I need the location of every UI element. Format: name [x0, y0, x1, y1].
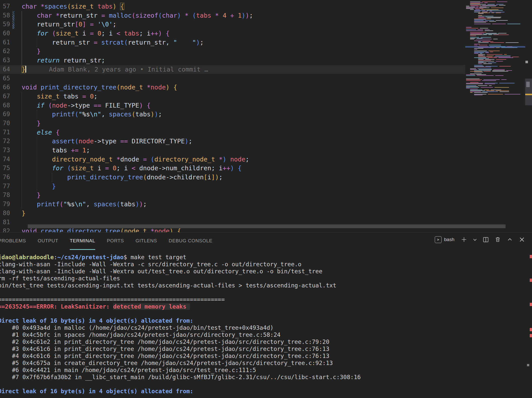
terminal-line: #1 0x4c5bfc in spaces /home/jdao/cs24/pr…	[0, 331, 527, 338]
line-number: 77	[0, 182, 10, 191]
line-number: 65	[0, 74, 10, 83]
shell-label: bash	[444, 237, 454, 242]
terminal-line: rm -rf tests/ascending-actual-files	[0, 275, 527, 282]
terminal-error-mark	[530, 255, 532, 258]
line-number: 67	[0, 92, 10, 101]
code-line: 79 printf("%s\n", spaces(tabs));	[0, 200, 465, 209]
code-line: 66void print_directory_tree(node_t *node…	[0, 83, 465, 92]
git-blame-annotation: Adam Blank, 2 years ago • Initial commit…	[26, 66, 208, 73]
line-number: 76	[0, 173, 10, 182]
code-line: 75 for (size_t i = 0; i < dnode->num_chi…	[0, 164, 465, 173]
panel-tab-bar: PROBLEMSOUTPUTTERMINALPORTSGITLENSDEBUG …	[0, 238, 212, 244]
line-number: 68	[0, 101, 10, 110]
terminal-icon: >	[435, 236, 442, 243]
terminal-shell-badge[interactable]: > bash	[435, 236, 454, 243]
terminal-error-mark	[530, 303, 532, 306]
code-line: 61 return_str = strcat(return_str, " ");	[0, 38, 465, 47]
close-panel-button[interactable]	[518, 236, 525, 243]
plus-icon	[461, 237, 467, 243]
terminal-line: #5 0x4c675a in create_directory_tree /ho…	[0, 359, 527, 367]
code-line: 68 if (node->type == FILE_TYPE) {	[0, 101, 465, 110]
bottom-panel: PROBLEMSOUTPUTTERMINALPORTSGITLENSDEBUG …	[0, 232, 532, 398]
line-number: 60	[0, 29, 10, 38]
overview-ruler-mark	[526, 82, 530, 87]
line-number: 57	[0, 2, 10, 11]
terminal-line	[0, 289, 527, 296]
line-number: 61	[0, 38, 10, 47]
terminal-line: Direct leak of 16 byte(s) in 4 object(s)…	[0, 317, 527, 324]
minimap[interactable]	[465, 0, 532, 232]
overview-ruler-mark	[525, 61, 528, 63]
code-line: 59 return_str[0] = '\0';	[0, 20, 465, 29]
code-line: 73 tabs += 1;	[0, 146, 465, 155]
chevron-down-icon	[473, 238, 477, 242]
split-terminal-button[interactable]	[482, 236, 489, 243]
terminal-line: clang-with-asan -Iinclude -Wall -Wextra …	[0, 261, 527, 268]
code-line: 70 }	[0, 119, 465, 128]
code-line: 78 }	[0, 191, 465, 200]
line-number: 82	[0, 227, 10, 232]
code-lines: 57char *spaces(size_t tabs) {58 char *re…	[0, 2, 465, 232]
code-line: 62 }	[0, 47, 465, 56]
chevron-up-icon	[507, 237, 512, 242]
terminal-line: #4 0x4c61c6 in print_directory_tree /hom…	[0, 352, 527, 359]
line-number: 59	[0, 20, 10, 29]
line-number: 71	[0, 128, 10, 137]
maximize-panel-button[interactable]	[506, 236, 513, 243]
terminal-line: Direct leak of 16 byte(s) in 4 object(s)…	[0, 388, 527, 395]
code-line: 76 print_directory_tree(dnode->children[…	[0, 173, 465, 182]
line-number: 62	[0, 47, 10, 56]
panel-tab-gitlens[interactable]: GITLENS	[136, 238, 157, 244]
line-number: 75	[0, 164, 10, 173]
new-terminal-button[interactable]	[460, 236, 468, 243]
code-line: 57char *spaces(size_t tabs) {	[0, 2, 465, 11]
line-number: 64	[0, 65, 10, 74]
launch-profile-button[interactable]	[473, 236, 477, 243]
terminal-line: ==2635245==ERROR: LeakSanitizer: detecte…	[0, 303, 527, 310]
git-modified-gutter-icon	[12, 11, 14, 20]
line-number: 70	[0, 119, 10, 128]
terminal-line: #3 0x4c61c6 in print_directory_tree /hom…	[0, 345, 527, 352]
kill-terminal-button[interactable]	[494, 236, 501, 243]
terminal-line: jdao@labradoodle:~/cs24/pretest-jdao$ ma…	[0, 254, 527, 261]
line-number: 58	[0, 11, 10, 20]
panel-tab-problems[interactable]: PROBLEMS	[0, 238, 26, 244]
code-line: 71 else {	[0, 128, 465, 137]
line-number: 79	[0, 200, 10, 209]
panel-tab-ports[interactable]: PORTS	[107, 238, 124, 244]
close-icon	[519, 237, 525, 242]
code-editor[interactable]: 57char *spaces(size_t tabs) {58 char *re…	[0, 0, 532, 232]
trash-icon	[495, 237, 501, 243]
panel-header: PROBLEMSOUTPUTTERMINALPORTSGITLENSDEBUG …	[0, 233, 532, 253]
terminal-error-mark	[530, 328, 532, 331]
minimap-current-line-band	[465, 46, 525, 48]
line-number: 73	[0, 146, 10, 155]
line-number: 63	[0, 56, 10, 65]
code-line: 63 return return_str;	[0, 56, 465, 65]
code-line: 77 }	[0, 182, 465, 191]
line-number: 78	[0, 191, 10, 200]
terminal-line: #0 0x493a4d in malloc (/home/jdao/cs24/p…	[0, 324, 527, 331]
line-number: 69	[0, 110, 10, 119]
overview-ruler-mark	[525, 94, 532, 95]
panel-tab-debug-console[interactable]: DEBUG CONSOLE	[169, 238, 213, 244]
terminal-scrollbar-thumb[interactable]	[527, 364, 529, 366]
panel-actions: > bash	[435, 236, 525, 243]
line-number: 72	[0, 137, 10, 146]
code-line: 65	[0, 74, 465, 83]
terminal-output[interactable]: jdao@labradoodle:~/cs24/pretest-jdao$ ma…	[0, 254, 527, 395]
code-line: 58 char *return_str = malloc(sizeof(char…	[0, 11, 465, 20]
terminal-line: #2 0x4c61e2 in print_directory_tree /hom…	[0, 338, 527, 345]
terminal-line	[0, 310, 527, 317]
code-line: 64} Adam Blank, 2 years ago • Initial co…	[0, 65, 465, 74]
code-line: 80}	[0, 209, 465, 218]
code-line: 67 size_t tabs = 0;	[0, 92, 465, 101]
terminal-line: clang-with-asan -Iinclude -Wall -Wextra …	[0, 268, 527, 275]
terminal-line: #6 0x4c4421 in main /home/jdao/cs24/pret…	[0, 367, 527, 374]
code-line: 69 printf("%s\n", spaces(tabs));	[0, 110, 465, 119]
editor-horizontal-scrollbar[interactable]	[28, 224, 506, 228]
panel-tab-terminal[interactable]: TERMINAL	[70, 238, 95, 244]
terminal-line: ========================================…	[0, 296, 527, 303]
panel-tab-output[interactable]: OUTPUT	[38, 238, 58, 244]
terminal-error-mark	[530, 334, 532, 337]
